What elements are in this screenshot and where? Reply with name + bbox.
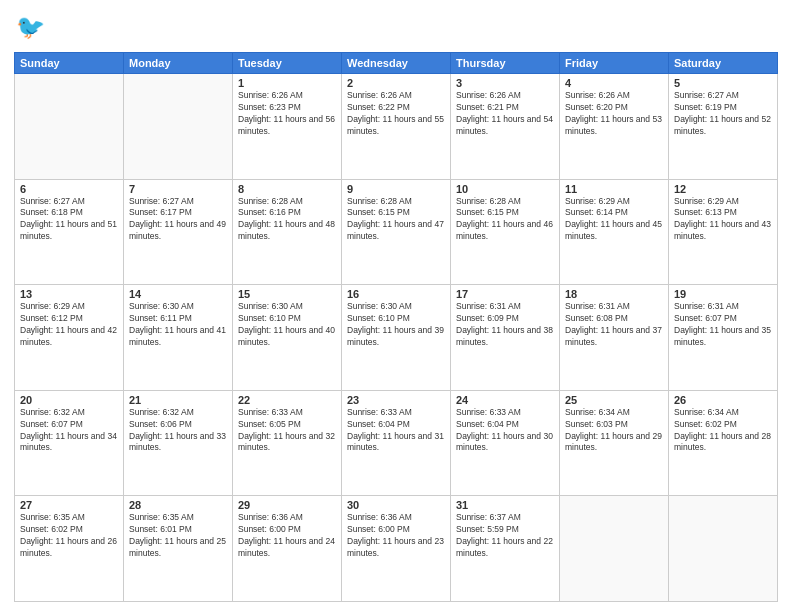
- logo: 🐦: [14, 10, 52, 46]
- calendar-day-cell: 11Sunrise: 6:29 AM Sunset: 6:14 PM Dayli…: [560, 179, 669, 285]
- day-info: Sunrise: 6:26 AM Sunset: 6:23 PM Dayligh…: [238, 90, 336, 138]
- calendar-day-cell: 31Sunrise: 6:37 AM Sunset: 5:59 PM Dayli…: [451, 496, 560, 602]
- calendar-day-cell: 14Sunrise: 6:30 AM Sunset: 6:11 PM Dayli…: [124, 285, 233, 391]
- calendar-day-cell: 17Sunrise: 6:31 AM Sunset: 6:09 PM Dayli…: [451, 285, 560, 391]
- calendar-day-cell: 21Sunrise: 6:32 AM Sunset: 6:06 PM Dayli…: [124, 390, 233, 496]
- day-number: 16: [347, 288, 445, 300]
- day-number: 23: [347, 394, 445, 406]
- calendar-table: SundayMondayTuesdayWednesdayThursdayFrid…: [14, 52, 778, 602]
- weekday-header-tuesday: Tuesday: [233, 53, 342, 74]
- day-info: Sunrise: 6:36 AM Sunset: 6:00 PM Dayligh…: [347, 512, 445, 560]
- calendar-week-row: 6Sunrise: 6:27 AM Sunset: 6:18 PM Daylig…: [15, 179, 778, 285]
- calendar-day-cell: [669, 496, 778, 602]
- day-number: 19: [674, 288, 772, 300]
- weekday-header-friday: Friday: [560, 53, 669, 74]
- day-info: Sunrise: 6:27 AM Sunset: 6:19 PM Dayligh…: [674, 90, 772, 138]
- calendar-day-cell: 29Sunrise: 6:36 AM Sunset: 6:00 PM Dayli…: [233, 496, 342, 602]
- calendar-day-cell: 23Sunrise: 6:33 AM Sunset: 6:04 PM Dayli…: [342, 390, 451, 496]
- day-number: 11: [565, 183, 663, 195]
- day-info: Sunrise: 6:33 AM Sunset: 6:04 PM Dayligh…: [456, 407, 554, 455]
- day-info: Sunrise: 6:31 AM Sunset: 6:09 PM Dayligh…: [456, 301, 554, 349]
- day-info: Sunrise: 6:33 AM Sunset: 6:04 PM Dayligh…: [347, 407, 445, 455]
- day-number: 27: [20, 499, 118, 511]
- calendar-day-cell: 10Sunrise: 6:28 AM Sunset: 6:15 PM Dayli…: [451, 179, 560, 285]
- calendar-day-cell: 8Sunrise: 6:28 AM Sunset: 6:16 PM Daylig…: [233, 179, 342, 285]
- day-info: Sunrise: 6:29 AM Sunset: 6:13 PM Dayligh…: [674, 196, 772, 244]
- day-number: 2: [347, 77, 445, 89]
- weekday-header-monday: Monday: [124, 53, 233, 74]
- day-info: Sunrise: 6:33 AM Sunset: 6:05 PM Dayligh…: [238, 407, 336, 455]
- calendar-day-cell: 30Sunrise: 6:36 AM Sunset: 6:00 PM Dayli…: [342, 496, 451, 602]
- weekday-header-sunday: Sunday: [15, 53, 124, 74]
- calendar-day-cell: 18Sunrise: 6:31 AM Sunset: 6:08 PM Dayli…: [560, 285, 669, 391]
- day-number: 12: [674, 183, 772, 195]
- day-info: Sunrise: 6:35 AM Sunset: 6:01 PM Dayligh…: [129, 512, 227, 560]
- day-number: 8: [238, 183, 336, 195]
- day-number: 5: [674, 77, 772, 89]
- weekday-header-saturday: Saturday: [669, 53, 778, 74]
- day-info: Sunrise: 6:27 AM Sunset: 6:17 PM Dayligh…: [129, 196, 227, 244]
- weekday-header-row: SundayMondayTuesdayWednesdayThursdayFrid…: [15, 53, 778, 74]
- day-number: 7: [129, 183, 227, 195]
- calendar-day-cell: 9Sunrise: 6:28 AM Sunset: 6:15 PM Daylig…: [342, 179, 451, 285]
- weekday-header-wednesday: Wednesday: [342, 53, 451, 74]
- calendar-week-row: 20Sunrise: 6:32 AM Sunset: 6:07 PM Dayli…: [15, 390, 778, 496]
- day-info: Sunrise: 6:34 AM Sunset: 6:02 PM Dayligh…: [674, 407, 772, 455]
- day-info: Sunrise: 6:30 AM Sunset: 6:10 PM Dayligh…: [347, 301, 445, 349]
- page: 🐦 SundayMondayTuesdayWednesdayThursdayFr…: [0, 0, 792, 612]
- day-number: 20: [20, 394, 118, 406]
- day-info: Sunrise: 6:34 AM Sunset: 6:03 PM Dayligh…: [565, 407, 663, 455]
- calendar-week-row: 13Sunrise: 6:29 AM Sunset: 6:12 PM Dayli…: [15, 285, 778, 391]
- calendar-day-cell: [124, 74, 233, 180]
- day-info: Sunrise: 6:30 AM Sunset: 6:11 PM Dayligh…: [129, 301, 227, 349]
- calendar-week-row: 27Sunrise: 6:35 AM Sunset: 6:02 PM Dayli…: [15, 496, 778, 602]
- day-number: 10: [456, 183, 554, 195]
- day-info: Sunrise: 6:26 AM Sunset: 6:22 PM Dayligh…: [347, 90, 445, 138]
- logo-bird-icon: 🐦: [14, 10, 50, 46]
- day-info: Sunrise: 6:35 AM Sunset: 6:02 PM Dayligh…: [20, 512, 118, 560]
- calendar-day-cell: 7Sunrise: 6:27 AM Sunset: 6:17 PM Daylig…: [124, 179, 233, 285]
- calendar-day-cell: [560, 496, 669, 602]
- calendar-header: SundayMondayTuesdayWednesdayThursdayFrid…: [15, 53, 778, 74]
- day-number: 26: [674, 394, 772, 406]
- day-number: 3: [456, 77, 554, 89]
- calendar-day-cell: 13Sunrise: 6:29 AM Sunset: 6:12 PM Dayli…: [15, 285, 124, 391]
- day-number: 24: [456, 394, 554, 406]
- day-number: 9: [347, 183, 445, 195]
- calendar-day-cell: 20Sunrise: 6:32 AM Sunset: 6:07 PM Dayli…: [15, 390, 124, 496]
- calendar-day-cell: 28Sunrise: 6:35 AM Sunset: 6:01 PM Dayli…: [124, 496, 233, 602]
- calendar-day-cell: 15Sunrise: 6:30 AM Sunset: 6:10 PM Dayli…: [233, 285, 342, 391]
- day-info: Sunrise: 6:30 AM Sunset: 6:10 PM Dayligh…: [238, 301, 336, 349]
- day-number: 21: [129, 394, 227, 406]
- svg-text:🐦: 🐦: [16, 13, 46, 41]
- day-number: 29: [238, 499, 336, 511]
- calendar-week-row: 1Sunrise: 6:26 AM Sunset: 6:23 PM Daylig…: [15, 74, 778, 180]
- day-info: Sunrise: 6:29 AM Sunset: 6:12 PM Dayligh…: [20, 301, 118, 349]
- calendar-day-cell: 2Sunrise: 6:26 AM Sunset: 6:22 PM Daylig…: [342, 74, 451, 180]
- calendar-day-cell: 25Sunrise: 6:34 AM Sunset: 6:03 PM Dayli…: [560, 390, 669, 496]
- day-number: 31: [456, 499, 554, 511]
- day-number: 15: [238, 288, 336, 300]
- header: 🐦: [14, 10, 778, 46]
- day-number: 28: [129, 499, 227, 511]
- calendar-day-cell: 3Sunrise: 6:26 AM Sunset: 6:21 PM Daylig…: [451, 74, 560, 180]
- day-info: Sunrise: 6:32 AM Sunset: 6:06 PM Dayligh…: [129, 407, 227, 455]
- weekday-header-thursday: Thursday: [451, 53, 560, 74]
- calendar-day-cell: 27Sunrise: 6:35 AM Sunset: 6:02 PM Dayli…: [15, 496, 124, 602]
- calendar-day-cell: 1Sunrise: 6:26 AM Sunset: 6:23 PM Daylig…: [233, 74, 342, 180]
- calendar-day-cell: 6Sunrise: 6:27 AM Sunset: 6:18 PM Daylig…: [15, 179, 124, 285]
- calendar-day-cell: 4Sunrise: 6:26 AM Sunset: 6:20 PM Daylig…: [560, 74, 669, 180]
- calendar-day-cell: 19Sunrise: 6:31 AM Sunset: 6:07 PM Dayli…: [669, 285, 778, 391]
- day-info: Sunrise: 6:32 AM Sunset: 6:07 PM Dayligh…: [20, 407, 118, 455]
- day-number: 1: [238, 77, 336, 89]
- day-info: Sunrise: 6:37 AM Sunset: 5:59 PM Dayligh…: [456, 512, 554, 560]
- calendar-day-cell: 24Sunrise: 6:33 AM Sunset: 6:04 PM Dayli…: [451, 390, 560, 496]
- calendar-body: 1Sunrise: 6:26 AM Sunset: 6:23 PM Daylig…: [15, 74, 778, 602]
- day-number: 25: [565, 394, 663, 406]
- day-number: 22: [238, 394, 336, 406]
- day-number: 30: [347, 499, 445, 511]
- day-info: Sunrise: 6:31 AM Sunset: 6:07 PM Dayligh…: [674, 301, 772, 349]
- calendar-day-cell: 22Sunrise: 6:33 AM Sunset: 6:05 PM Dayli…: [233, 390, 342, 496]
- day-info: Sunrise: 6:26 AM Sunset: 6:20 PM Dayligh…: [565, 90, 663, 138]
- day-info: Sunrise: 6:29 AM Sunset: 6:14 PM Dayligh…: [565, 196, 663, 244]
